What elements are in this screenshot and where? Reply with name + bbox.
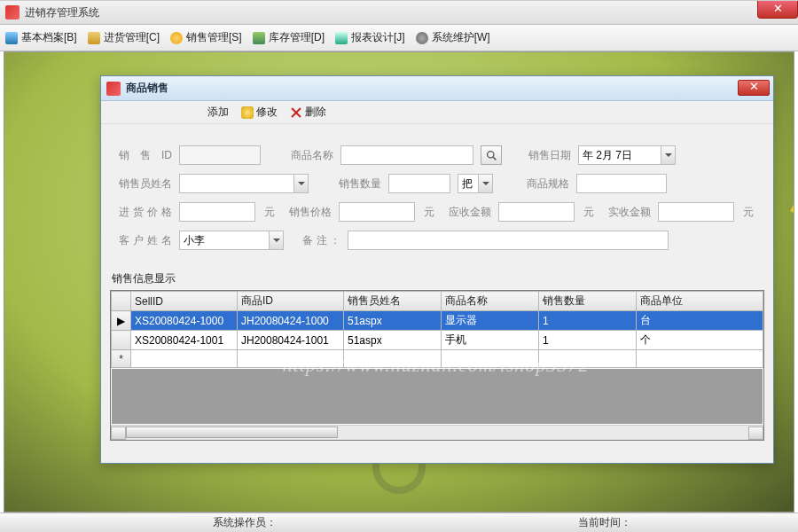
svg-line-1 [493, 157, 496, 160]
grid-header-row: SellID 商品ID 销售员姓名 商品名称 销售数量 商品单位 [112, 292, 763, 311]
scroll-thumb[interactable] [126, 426, 338, 438]
box-icon [253, 32, 265, 44]
main-menubar: 基本档案[B] 进货管理[C] 销售管理[S] 库存管理[D] 报表设计[J] … [0, 25, 798, 51]
document-icon [5, 32, 18, 44]
gear-icon [416, 32, 428, 44]
chevron-down-icon[interactable] [478, 175, 492, 192]
input-sale-price[interactable] [339, 202, 415, 222]
menu-system[interactable]: 系统维护[W] [416, 30, 490, 45]
app-title: 进销存管理系统 [25, 5, 99, 20]
search-button[interactable] [481, 145, 502, 165]
input-qty[interactable] [388, 174, 450, 193]
table-row[interactable]: XS20080424-1001JH20080424-100151aspx手机1个 [112, 331, 763, 350]
date-picker[interactable] [578, 145, 676, 165]
input-purchase-price[interactable] [179, 202, 255, 222]
horizontal-scrollbar[interactable] [111, 425, 763, 440]
toolbar-add[interactable]: 添加 [207, 105, 229, 120]
client-area: 商品销售 ✕ 添加 修改 删除 销 售 ID 商品名称 销售日期 [4, 51, 794, 512]
grid-empty-area [112, 369, 763, 424]
menu-basic-archives[interactable]: 基本档案[B] [5, 30, 77, 45]
scroll-track[interactable] [126, 426, 748, 440]
main-titlebar: 进销存管理系统 ✕ [0, 0, 798, 25]
col-productid[interactable]: 商品ID [238, 292, 344, 311]
status-bar: 系统操作员： 当前时间： [0, 512, 798, 532]
main-close-button[interactable]: ✕ [757, 1, 798, 19]
menu-inventory[interactable]: 库存管理[D] [253, 30, 325, 45]
combo-staff[interactable] [179, 174, 309, 193]
combo-unit[interactable] [458, 174, 493, 193]
label-sale-price: 销售价格 [282, 205, 332, 220]
dialog-close-button[interactable]: ✕ [738, 80, 770, 96]
report-icon [335, 32, 348, 44]
data-grid[interactable]: SellID 商品ID 销售员姓名 商品名称 销售数量 商品单位 ▶XS2008… [110, 290, 764, 441]
search-icon [486, 150, 497, 161]
label-sell-id: 销 售 ID [119, 148, 172, 163]
col-sellid[interactable]: SellID [131, 292, 238, 311]
svg-point-0 [487, 151, 493, 157]
label-qty: 销售数量 [332, 176, 381, 192]
dialog-icon [106, 82, 121, 96]
status-time: 当前时间： [569, 515, 640, 530]
scroll-left-button[interactable] [111, 426, 126, 440]
section-label: 销售信息显示 [112, 271, 773, 286]
dialog-titlebar: 商品销售 ✕ [101, 76, 773, 101]
input-sell-id [179, 145, 261, 165]
toolbar-delete[interactable]: 删除 [290, 105, 326, 120]
coin-icon [170, 32, 183, 44]
scroll-right-button[interactable] [748, 426, 763, 440]
col-staff[interactable]: 销售员姓名 [344, 292, 442, 311]
label-remark: 备 注 ： [291, 233, 340, 248]
inbox-icon [88, 32, 100, 44]
input-product-name[interactable] [340, 145, 473, 165]
label-product-name: 商品名称 [284, 148, 333, 163]
dialog-title: 商品销售 [126, 81, 168, 96]
menu-sales[interactable]: 销售管理[S] [170, 30, 242, 45]
label-received: 实收金额 [601, 205, 651, 220]
combo-customer[interactable] [179, 231, 284, 250]
col-unit[interactable]: 商品单位 [637, 292, 763, 311]
input-spec[interactable] [576, 174, 667, 193]
label-customer: 客户姓名 [119, 233, 172, 248]
label-staff: 销售员姓名 [119, 176, 172, 192]
form-area: 销 售 ID 商品名称 销售日期 销售员姓名 [101, 124, 773, 268]
label-spec: 商品规格 [520, 176, 569, 192]
menu-report[interactable]: 报表设计[J] [335, 30, 405, 45]
toolbar-edit[interactable]: 修改 [241, 105, 278, 120]
sales-dialog: 商品销售 ✕ 添加 修改 删除 销 售 ID 商品名称 销售日期 [100, 75, 774, 464]
input-remark[interactable] [348, 231, 669, 250]
label-purchase-price: 进货价格 [119, 205, 172, 220]
delete-icon [290, 106, 302, 119]
col-qty[interactable]: 销售数量 [539, 292, 637, 311]
chevron-down-icon[interactable] [661, 146, 675, 164]
status-operator: 系统操作员： [204, 515, 286, 530]
chevron-down-icon[interactable] [293, 175, 308, 192]
table-new-row[interactable]: * [112, 350, 763, 368]
menu-purchase[interactable]: 进货管理[C] [88, 30, 160, 45]
label-receivable: 应收金额 [442, 205, 491, 220]
app-icon [5, 5, 20, 20]
input-received[interactable] [658, 202, 734, 222]
edit-icon [241, 106, 254, 119]
dialog-toolbar: 添加 修改 删除 [101, 101, 773, 124]
chevron-down-icon[interactable] [269, 231, 283, 249]
table-row[interactable]: ▶XS20080424-1000JH20080424-100051aspx显示器… [112, 311, 763, 331]
col-product-name[interactable]: 商品名称 [442, 292, 539, 311]
label-sell-date: 销售日期 [521, 148, 571, 163]
unit-yuan: 元 [264, 205, 275, 220]
input-receivable[interactable] [498, 202, 575, 222]
